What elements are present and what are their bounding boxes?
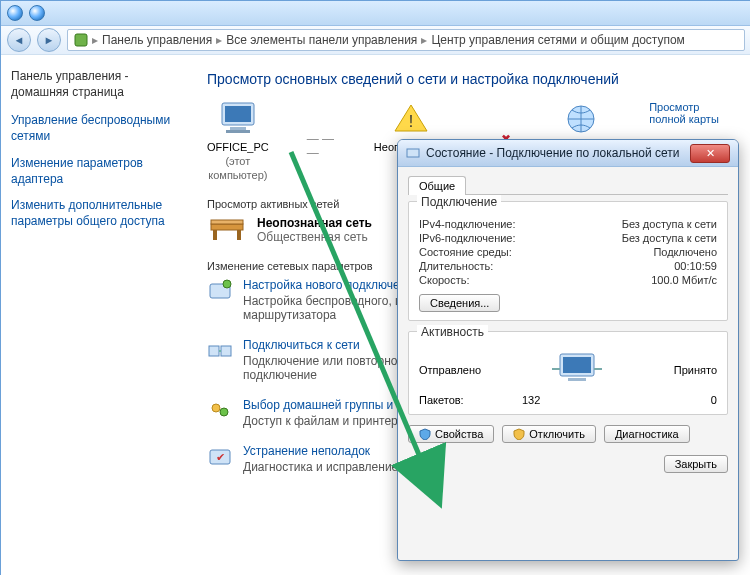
tab-general[interactable]: Общие xyxy=(408,176,466,195)
control-panel-icon xyxy=(74,33,88,47)
dialog-action-row: Свойства Отключить Диагностика xyxy=(408,425,728,443)
connection-icon xyxy=(207,278,233,304)
nic-icon xyxy=(406,146,420,160)
nav-toolbar: ◄ ► ▸ Панель управления ▸ Все элементы п… xyxy=(1,26,750,55)
dialog-tabs: Общие xyxy=(408,175,728,195)
diagnose-button[interactable]: Диагностика xyxy=(604,425,690,443)
globe-icon xyxy=(559,101,603,137)
svg-rect-4 xyxy=(226,130,250,133)
close-icon[interactable]: ✕ xyxy=(690,144,730,163)
dialog-titlebar[interactable]: Состояние - Подключение по локальной сет… xyxy=(398,140,738,167)
svg-text:✔: ✔ xyxy=(216,451,225,463)
warning-icon: ! xyxy=(389,101,433,137)
connect-icon xyxy=(207,338,233,364)
svg-point-16 xyxy=(212,404,220,412)
svg-rect-9 xyxy=(213,230,217,240)
connection-group: Подключение IPv4-подключение:Без доступа… xyxy=(408,201,728,321)
svg-point-17 xyxy=(220,408,228,416)
svg-text:!: ! xyxy=(408,113,412,130)
svg-rect-24 xyxy=(552,368,560,370)
svg-rect-15 xyxy=(221,346,231,356)
back-button[interactable]: ◄ xyxy=(7,28,31,52)
sidebar-link-sharing[interactable]: Изменить дополнительные параметры общего… xyxy=(11,197,179,229)
svg-rect-8 xyxy=(211,224,243,230)
troubleshoot-icon: ✔ xyxy=(207,444,233,470)
svg-rect-11 xyxy=(211,220,243,224)
bench-icon xyxy=(207,216,247,244)
active-net-title: Неопознанная сеть xyxy=(257,216,372,230)
homegroup-icon xyxy=(207,398,233,424)
page-title: Просмотр основных сведений о сети и наст… xyxy=(207,71,733,87)
shield-icon xyxy=(513,428,525,440)
explorer-window: ◄ ► ▸ Панель управления ▸ Все элементы п… xyxy=(0,0,750,575)
close-button[interactable]: Закрыть xyxy=(664,455,728,473)
dialog-title: Состояние - Подключение по локальной сет… xyxy=(426,146,680,160)
svg-rect-0 xyxy=(75,34,87,46)
forward-button[interactable]: ► xyxy=(37,28,61,52)
svg-rect-25 xyxy=(594,368,602,370)
status-dialog: Состояние - Подключение по локальной сет… xyxy=(397,139,739,561)
node-this-pc[interactable]: OFFICE_PC(этот компьютер) xyxy=(207,101,269,182)
address-bar[interactable]: ▸ Панель управления ▸ Все элементы панел… xyxy=(67,29,745,51)
packets-recv: 0 xyxy=(711,394,717,406)
svg-point-13 xyxy=(223,280,231,288)
svg-rect-23 xyxy=(568,378,586,381)
details-button[interactable]: Сведения... xyxy=(419,294,500,312)
svg-rect-20 xyxy=(407,149,419,157)
svg-rect-10 xyxy=(237,230,241,240)
svg-rect-3 xyxy=(230,127,246,130)
full-map-link[interactable]: Просмотр полной карты xyxy=(649,101,733,125)
packets-label: Пакетов: xyxy=(419,394,464,406)
breadcrumb-3[interactable]: Центр управления сетями и общим доступом xyxy=(431,33,685,47)
sidebar-link-adapter[interactable]: Изменение параметров адаптера xyxy=(11,155,179,187)
orb-icon xyxy=(29,5,45,21)
disable-button[interactable]: Отключить xyxy=(502,425,596,443)
activity-group: Активность Отправлено Принято Пакето xyxy=(408,331,728,415)
svg-rect-14 xyxy=(209,346,219,356)
pc-icon xyxy=(216,101,260,137)
breadcrumb-1[interactable]: Панель управления xyxy=(102,33,212,47)
sidebar: Панель управления - домашняя страница Уп… xyxy=(1,55,189,575)
sidebar-heading: Панель управления - домашняя страница xyxy=(11,69,179,100)
sidebar-link-wireless[interactable]: Управление беспроводными сетями xyxy=(11,112,179,144)
active-net-sub: Общественная сеть xyxy=(257,230,372,244)
activity-icon xyxy=(550,352,604,388)
window-titlebar xyxy=(1,1,750,26)
orb-icon xyxy=(7,5,23,21)
shield-icon xyxy=(419,428,431,440)
properties-button[interactable]: Свойства xyxy=(408,425,494,443)
breadcrumb-2[interactable]: Все элементы панели управления xyxy=(226,33,417,47)
activity-sent-label: Отправлено xyxy=(419,364,481,376)
svg-rect-22 xyxy=(563,357,591,373)
activity-recv-label: Принято xyxy=(674,364,717,376)
packets-sent: 132 xyxy=(522,394,540,406)
svg-rect-2 xyxy=(225,106,251,122)
